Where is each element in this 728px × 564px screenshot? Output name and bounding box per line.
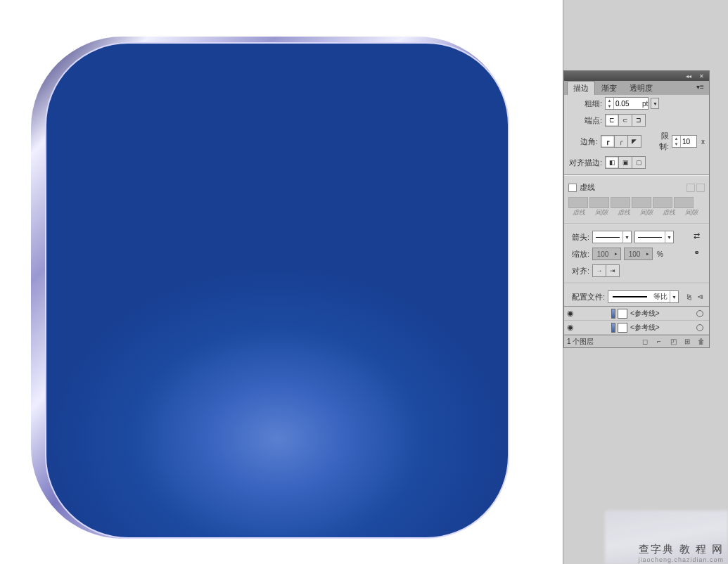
- dash-align-buttons: [687, 184, 705, 192]
- cap-buttons: ⊏ ⊂ ⊐: [605, 114, 646, 127]
- cap-butt-icon[interactable]: ⊏: [605, 114, 619, 127]
- visibility-icon[interactable]: ◉: [564, 323, 577, 332]
- arrow-tip-icon[interactable]: ⇥: [606, 264, 620, 277]
- arrow-label: 箭头:: [568, 232, 589, 243]
- new-layer-icon[interactable]: ⊞: [682, 337, 692, 347]
- scale-b-input[interactable]: [625, 248, 644, 259]
- visibility-icon[interactable]: ◉: [564, 309, 577, 318]
- gap-1-input[interactable]: [589, 197, 609, 208]
- dash-col-labels: 虚线 间隙 虚线 间隙 虚线 间隙: [564, 208, 709, 220]
- layer-name[interactable]: <参考线>: [630, 323, 691, 333]
- new-sublayer-icon[interactable]: ◰: [668, 337, 678, 347]
- dash-grid: [564, 196, 709, 208]
- dashed-checkbox[interactable]: [568, 184, 577, 192]
- separator: [564, 224, 709, 225]
- dash-col-label: 间隙: [681, 208, 702, 217]
- scale-unit: %: [657, 250, 663, 258]
- layers-footer: 1 个图层 ◻ ⌐ ◰ ⊞ 🗑: [564, 335, 709, 347]
- panels-column: ◂◂ ✕ 描边 渐变 透明度 ▾≡ 粗细: ▲ ▼ pt ▼ 端点:: [563, 0, 728, 564]
- collapse-icon[interactable]: ◂◂: [684, 72, 694, 79]
- weight-input[interactable]: [614, 98, 641, 109]
- layer-color-bar: [611, 309, 615, 319]
- corner-miter-icon[interactable]: ┏: [601, 135, 615, 148]
- target-icon[interactable]: [696, 310, 703, 317]
- corner-round-icon[interactable]: ╭: [614, 135, 628, 148]
- stroke-panel: ◂◂ ✕ 描边 渐变 透明度 ▾≡ 粗细: ▲ ▼ pt ▼ 端点:: [563, 70, 710, 348]
- tab-gradient[interactable]: 渐变: [595, 81, 623, 95]
- arrow-start-dropdown[interactable]: ▼: [592, 231, 632, 243]
- weight-label: 粗细:: [568, 98, 602, 109]
- profile-value: 等比: [651, 292, 670, 302]
- limit-spinner[interactable]: ▲ ▼: [672, 135, 697, 148]
- dash-1-input[interactable]: [568, 197, 588, 208]
- layer-color-bar: [611, 323, 615, 333]
- spin-down-icon[interactable]: ▼: [606, 103, 613, 109]
- weight-row: 粗细: ▲ ▼ pt ▼: [564, 95, 709, 112]
- align-center-icon[interactable]: ◧: [605, 156, 619, 169]
- arrow-end-dropdown[interactable]: ▼: [634, 231, 674, 243]
- chevron-right-icon[interactable]: ▸: [644, 248, 652, 259]
- weight-spinner[interactable]: ▲ ▼ pt: [605, 97, 649, 110]
- dashed-label: 虚线: [580, 182, 595, 193]
- link-scale-icon[interactable]: ⚭: [694, 248, 705, 259]
- dash-preserve-icon[interactable]: [687, 184, 695, 192]
- separator: [564, 174, 709, 176]
- align-arrow-buttons: → ⇥: [592, 264, 620, 277]
- corner-bevel-icon[interactable]: ◤: [627, 135, 641, 148]
- spin-up-icon[interactable]: ▲: [606, 98, 613, 103]
- layer-row[interactable]: ◉ <参考线>: [564, 321, 709, 335]
- clip-icon[interactable]: ⌐: [654, 337, 664, 347]
- flip-x-icon[interactable]: ⧎: [684, 291, 694, 302]
- tab-stroke[interactable]: 描边: [567, 81, 595, 95]
- layer-name[interactable]: <参考线>: [630, 309, 691, 319]
- flip-y-icon[interactable]: ⧏: [695, 291, 705, 302]
- arrow-extend-icon[interactable]: →: [592, 264, 606, 277]
- cap-row: 端点: ⊏ ⊂ ⊐: [564, 112, 709, 129]
- close-icon[interactable]: ✕: [696, 72, 706, 79]
- weight-unit: pt: [642, 100, 648, 108]
- align-outside-icon[interactable]: ▢: [632, 156, 646, 169]
- scale-a-spinner[interactable]: ▸: [592, 248, 621, 260]
- locate-icon[interactable]: ◻: [640, 337, 650, 347]
- trash-icon[interactable]: 🗑: [696, 337, 706, 347]
- weight-dropdown-icon[interactable]: ▼: [651, 98, 659, 109]
- cap-label: 端点:: [568, 115, 602, 126]
- corner-label: 边角:: [568, 136, 598, 147]
- separator: [564, 283, 709, 284]
- swap-arrows-icon[interactable]: ⇄: [694, 231, 705, 243]
- gap-3-input[interactable]: [674, 197, 694, 208]
- spin-down-icon[interactable]: ▼: [672, 141, 680, 147]
- dashed-row: 虚线: [564, 179, 709, 196]
- spin-up-icon[interactable]: ▲: [672, 136, 680, 141]
- dash-align-icon[interactable]: [696, 184, 705, 192]
- dash-2-input[interactable]: [611, 197, 630, 208]
- cap-round-icon[interactable]: ⊂: [618, 114, 632, 127]
- profile-label: 配置文件:: [568, 292, 605, 302]
- layer-thumb: [618, 323, 627, 333]
- align-arrow-label: 对齐:: [568, 266, 589, 276]
- canvas-area[interactable]: [0, 0, 563, 564]
- panel-menu-icon[interactable]: ▾≡: [696, 83, 706, 91]
- gap-2-input[interactable]: [632, 197, 651, 208]
- align-stroke-row: 对齐描边: ◧ ▣ ▢: [564, 154, 709, 171]
- scale-b-spinner[interactable]: ▸: [624, 248, 653, 260]
- layers-panel: ◉ <参考线> ◉ <参考线> 1 个图层 ◻ ⌐ ◰: [564, 306, 709, 347]
- cap-projecting-icon[interactable]: ⊐: [632, 114, 646, 127]
- dash-col-label: 虚线: [613, 208, 634, 217]
- chevron-right-icon[interactable]: ▸: [612, 248, 620, 259]
- target-icon[interactable]: [696, 324, 703, 331]
- layer-row[interactable]: ◉ <参考线>: [564, 307, 709, 321]
- limit-input[interactable]: [681, 136, 696, 147]
- scale-label: 缩放:: [568, 249, 589, 259]
- dash-3-input[interactable]: [653, 197, 672, 208]
- panel-titlebar: ◂◂ ✕: [564, 71, 709, 81]
- tab-transparency[interactable]: 透明度: [623, 81, 659, 95]
- profile-row: 配置文件: 等比 ▼ ⧎ ⧏: [564, 288, 709, 306]
- align-arrow-row: 对齐: → ⇥: [564, 262, 709, 279]
- limit-unit: x: [701, 138, 705, 146]
- scale-a-input[interactable]: [593, 248, 613, 259]
- layer-count: 1 个图层: [567, 337, 594, 347]
- profile-dropdown[interactable]: 等比 ▼: [608, 290, 679, 303]
- align-inside-icon[interactable]: ▣: [618, 156, 632, 169]
- dash-col-label: 虚线: [658, 208, 679, 217]
